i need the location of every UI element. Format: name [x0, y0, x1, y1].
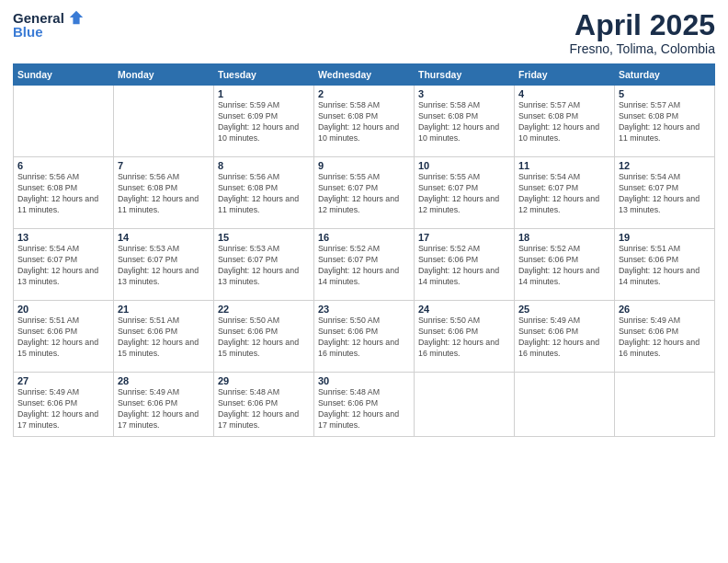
day-info: Sunrise: 5:56 AMSunset: 6:08 PMDaylight:…	[218, 172, 310, 216]
calendar-cell: 23Sunrise: 5:50 AMSunset: 6:06 PMDayligh…	[314, 301, 415, 373]
calendar-cell: 9Sunrise: 5:55 AMSunset: 6:07 PMDaylight…	[314, 157, 415, 229]
day-number: 6	[17, 160, 109, 171]
header-cell-tuesday: Tuesday	[214, 64, 314, 86]
day-number: 5	[619, 88, 711, 99]
day-number: 25	[518, 304, 610, 315]
day-number: 21	[118, 304, 210, 315]
calendar-cell: 7Sunrise: 5:56 AMSunset: 6:08 PMDaylight…	[114, 157, 214, 229]
day-info: Sunrise: 5:51 AMSunset: 6:06 PMDaylight:…	[619, 244, 711, 288]
day-number: 12	[619, 160, 711, 171]
day-info: Sunrise: 5:55 AMSunset: 6:07 PMDaylight:…	[418, 172, 510, 216]
calendar-cell	[615, 373, 715, 437]
day-number: 2	[318, 88, 410, 99]
header-cell-thursday: Thursday	[415, 64, 515, 86]
day-number: 9	[318, 160, 410, 171]
page: General Blue April 2025 Fresno, Tolima, …	[0, 0, 728, 563]
day-info: Sunrise: 5:54 AMSunset: 6:07 PMDaylight:…	[17, 244, 109, 288]
day-number: 11	[518, 160, 610, 171]
day-number: 29	[218, 375, 310, 386]
day-number: 20	[17, 304, 109, 315]
day-info: Sunrise: 5:51 AMSunset: 6:06 PMDaylight:…	[17, 316, 109, 360]
logo-icon	[68, 9, 85, 26]
calendar-cell: 4Sunrise: 5:57 AMSunset: 6:08 PMDaylight…	[515, 86, 615, 157]
day-number: 27	[17, 375, 109, 386]
day-info: Sunrise: 5:50 AMSunset: 6:06 PMDaylight:…	[418, 316, 510, 360]
logo-blue: Blue	[13, 24, 43, 40]
day-number: 14	[118, 232, 210, 243]
calendar-table: SundayMondayTuesdayWednesdayThursdayFrid…	[13, 63, 715, 437]
calendar-cell: 25Sunrise: 5:49 AMSunset: 6:06 PMDayligh…	[515, 301, 615, 373]
day-info: Sunrise: 5:55 AMSunset: 6:07 PMDaylight:…	[318, 172, 410, 216]
day-info: Sunrise: 5:57 AMSunset: 6:08 PMDaylight:…	[518, 100, 610, 144]
day-info: Sunrise: 5:49 AMSunset: 6:06 PMDaylight:…	[17, 387, 109, 431]
day-number: 7	[118, 160, 210, 171]
main-title: April 2025	[570, 9, 715, 41]
day-info: Sunrise: 5:48 AMSunset: 6:06 PMDaylight:…	[318, 387, 410, 431]
day-number: 19	[619, 232, 711, 243]
calendar-cell: 22Sunrise: 5:50 AMSunset: 6:06 PMDayligh…	[214, 301, 314, 373]
day-number: 16	[318, 232, 410, 243]
day-info: Sunrise: 5:57 AMSunset: 6:08 PMDaylight:…	[619, 100, 711, 144]
day-info: Sunrise: 5:50 AMSunset: 6:06 PMDaylight:…	[218, 316, 310, 360]
day-info: Sunrise: 5:48 AMSunset: 6:06 PMDaylight:…	[218, 387, 310, 431]
calendar-cell: 10Sunrise: 5:55 AMSunset: 6:07 PMDayligh…	[415, 157, 515, 229]
calendar-cell: 1Sunrise: 5:59 AMSunset: 6:09 PMDaylight…	[214, 86, 314, 157]
day-number: 8	[218, 160, 310, 171]
day-info: Sunrise: 5:52 AMSunset: 6:07 PMDaylight:…	[318, 244, 410, 288]
calendar-cell: 18Sunrise: 5:52 AMSunset: 6:06 PMDayligh…	[515, 229, 615, 301]
calendar-cell: 3Sunrise: 5:58 AMSunset: 6:08 PMDaylight…	[415, 86, 515, 157]
day-number: 24	[418, 304, 510, 315]
calendar-cell: 17Sunrise: 5:52 AMSunset: 6:06 PMDayligh…	[415, 229, 515, 301]
day-number: 1	[218, 88, 310, 99]
day-info: Sunrise: 5:52 AMSunset: 6:06 PMDaylight:…	[418, 244, 510, 288]
calendar-cell	[515, 373, 615, 437]
calendar-cell: 19Sunrise: 5:51 AMSunset: 6:06 PMDayligh…	[615, 229, 715, 301]
calendar-cell: 6Sunrise: 5:56 AMSunset: 6:08 PMDaylight…	[14, 157, 114, 229]
day-info: Sunrise: 5:59 AMSunset: 6:09 PMDaylight:…	[218, 100, 310, 144]
day-info: Sunrise: 5:54 AMSunset: 6:07 PMDaylight:…	[619, 172, 711, 216]
calendar-cell: 12Sunrise: 5:54 AMSunset: 6:07 PMDayligh…	[615, 157, 715, 229]
day-number: 22	[218, 304, 310, 315]
calendar-cell: 8Sunrise: 5:56 AMSunset: 6:08 PMDaylight…	[214, 157, 314, 229]
calendar-cell: 15Sunrise: 5:53 AMSunset: 6:07 PMDayligh…	[214, 229, 314, 301]
day-number: 26	[619, 304, 711, 315]
calendar-week-5: 27Sunrise: 5:49 AMSunset: 6:06 PMDayligh…	[14, 373, 715, 437]
day-number: 23	[318, 304, 410, 315]
day-info: Sunrise: 5:56 AMSunset: 6:08 PMDaylight:…	[17, 172, 109, 216]
day-info: Sunrise: 5:49 AMSunset: 6:06 PMDaylight:…	[118, 387, 210, 431]
day-info: Sunrise: 5:58 AMSunset: 6:08 PMDaylight:…	[418, 100, 510, 144]
day-info: Sunrise: 5:50 AMSunset: 6:06 PMDaylight:…	[318, 316, 410, 360]
day-number: 30	[318, 375, 410, 386]
day-number: 17	[418, 232, 510, 243]
calendar-cell: 13Sunrise: 5:54 AMSunset: 6:07 PMDayligh…	[14, 229, 114, 301]
calendar-cell: 14Sunrise: 5:53 AMSunset: 6:07 PMDayligh…	[114, 229, 214, 301]
day-number: 4	[518, 88, 610, 99]
calendar-cell	[415, 373, 515, 437]
day-info: Sunrise: 5:49 AMSunset: 6:06 PMDaylight:…	[619, 316, 711, 360]
calendar-week-3: 13Sunrise: 5:54 AMSunset: 6:07 PMDayligh…	[14, 229, 715, 301]
day-info: Sunrise: 5:54 AMSunset: 6:07 PMDaylight:…	[518, 172, 610, 216]
day-info: Sunrise: 5:53 AMSunset: 6:07 PMDaylight:…	[118, 244, 210, 288]
day-number: 3	[418, 88, 510, 99]
header: General Blue April 2025 Fresno, Tolima, …	[13, 9, 715, 56]
calendar-cell: 28Sunrise: 5:49 AMSunset: 6:06 PMDayligh…	[114, 373, 214, 437]
calendar-cell: 2Sunrise: 5:58 AMSunset: 6:08 PMDaylight…	[314, 86, 415, 157]
header-cell-monday: Monday	[114, 64, 214, 86]
day-info: Sunrise: 5:52 AMSunset: 6:06 PMDaylight:…	[518, 244, 610, 288]
day-number: 18	[518, 232, 610, 243]
day-number: 28	[118, 375, 210, 386]
subtitle: Fresno, Tolima, Colombia	[570, 41, 715, 56]
day-info: Sunrise: 5:53 AMSunset: 6:07 PMDaylight:…	[218, 244, 310, 288]
calendar-cell: 24Sunrise: 5:50 AMSunset: 6:06 PMDayligh…	[415, 301, 515, 373]
calendar-cell: 16Sunrise: 5:52 AMSunset: 6:07 PMDayligh…	[314, 229, 415, 301]
day-number: 15	[218, 232, 310, 243]
calendar-cell: 20Sunrise: 5:51 AMSunset: 6:06 PMDayligh…	[14, 301, 114, 373]
calendar-week-4: 20Sunrise: 5:51 AMSunset: 6:06 PMDayligh…	[14, 301, 715, 373]
calendar-cell: 21Sunrise: 5:51 AMSunset: 6:06 PMDayligh…	[114, 301, 214, 373]
day-info: Sunrise: 5:51 AMSunset: 6:06 PMDaylight:…	[118, 316, 210, 360]
header-cell-saturday: Saturday	[615, 64, 715, 86]
calendar-cell: 5Sunrise: 5:57 AMSunset: 6:08 PMDaylight…	[615, 86, 715, 157]
header-cell-friday: Friday	[515, 64, 615, 86]
calendar-header-row: SundayMondayTuesdayWednesdayThursdayFrid…	[14, 64, 715, 86]
day-info: Sunrise: 5:58 AMSunset: 6:08 PMDaylight:…	[318, 100, 410, 144]
